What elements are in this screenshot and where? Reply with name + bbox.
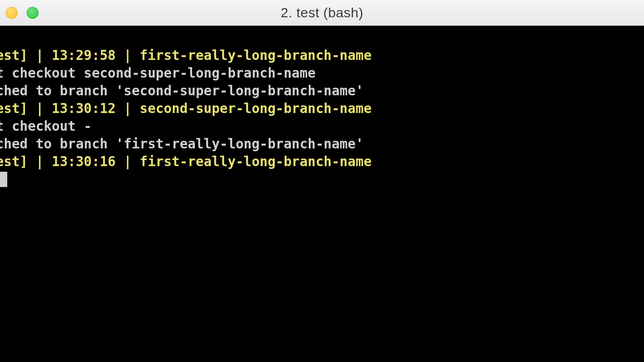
window-title: 2. test (bash)	[0, 5, 644, 21]
output-line: Switched to branch 'first-really-long-br…	[0, 136, 363, 152]
prompt-line: [~/test] | 13:29:58 | first-really-long-…	[0, 47, 372, 63]
cursor	[0, 172, 7, 187]
terminal-body[interactable]: [~/test] | 13:29:58 | first-really-long-…	[0, 26, 644, 362]
command-line: $ git checkout second-super-long-branch-…	[0, 65, 316, 81]
traffic-lights	[0, 7, 39, 19]
output-line: Switched to branch 'second-super-long-br…	[0, 83, 363, 99]
prompt-line: [~/test] | 13:30:16 | first-really-long-…	[0, 154, 372, 169]
minimize-button[interactable]	[6, 7, 18, 19]
prompt-line: [~/test] | 13:30:12 | second-super-long-…	[0, 101, 372, 116]
command-line: $ git checkout -	[0, 118, 92, 134]
titlebar[interactable]: 2. test (bash)	[0, 0, 644, 26]
zoom-button[interactable]	[27, 7, 39, 19]
terminal-window: 2. test (bash) [~/test] | 13:29:58 | fir…	[0, 0, 644, 362]
